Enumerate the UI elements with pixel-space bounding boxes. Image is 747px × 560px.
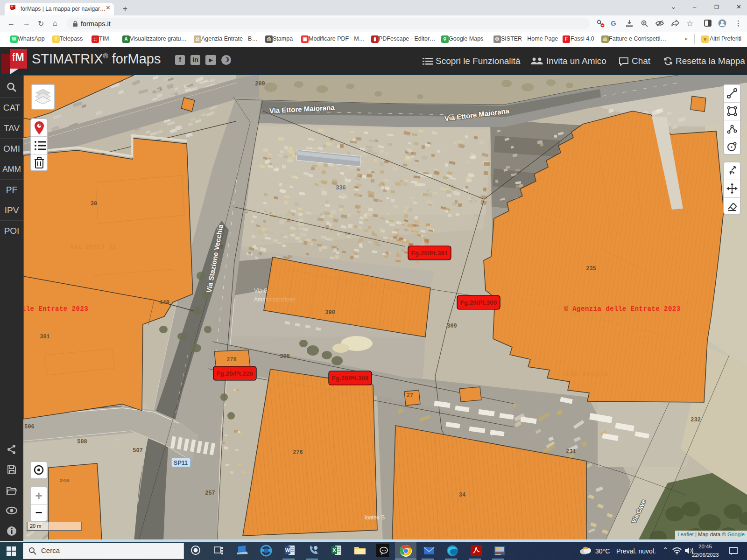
svg-text:X: X bbox=[332, 547, 336, 553]
svg-text:© Agenzia delle Entrate 2023: © Agenzia delle Entrate 2023 bbox=[23, 305, 88, 313]
svg-text:308: 308 bbox=[280, 353, 290, 360]
svg-text:UCHA OJVACIA: UCHA OJVACIA bbox=[563, 371, 609, 378]
svg-text:loatex S: loatex S bbox=[365, 514, 385, 521]
svg-text:Fg.20/Pt.226: Fg.20/Pt.226 bbox=[217, 370, 254, 377]
svg-text:231: 231 bbox=[566, 448, 576, 455]
svg-text:336: 336 bbox=[336, 185, 346, 191]
svg-text:506: 506 bbox=[24, 424, 35, 430]
svg-text:Fg.20/Pt.391: Fg.20/Pt.391 bbox=[411, 250, 448, 257]
svg-text:© Agenzia delle Entrate 2023: © Agenzia delle Entrate 2023 bbox=[564, 305, 680, 313]
svg-text:248: 248 bbox=[60, 477, 70, 483]
svg-text:257: 257 bbox=[205, 490, 215, 497]
svg-text:Fg.20/Pt.309: Fg.20/Pt.309 bbox=[460, 299, 497, 306]
svg-text:278: 278 bbox=[226, 357, 237, 363]
svg-text:30: 30 bbox=[91, 201, 97, 207]
svg-text:276: 276 bbox=[293, 449, 303, 456]
svg-text:SP11: SP11 bbox=[174, 460, 188, 466]
svg-text:Amministrazione: Amministrazione bbox=[254, 296, 296, 303]
svg-text:448: 448 bbox=[159, 300, 169, 306]
svg-text:34: 34 bbox=[459, 492, 465, 498]
svg-text:507: 507 bbox=[133, 448, 143, 454]
svg-text:AGL 20FLY 31: AGL 20FLY 31 bbox=[70, 244, 116, 251]
svg-text:209: 209 bbox=[255, 81, 265, 87]
svg-text:309: 309 bbox=[447, 323, 457, 329]
svg-text:Fg.20/Pt.308: Fg.20/Pt.308 bbox=[332, 375, 369, 382]
svg-text:361: 361 bbox=[40, 334, 50, 340]
svg-text:232: 232 bbox=[691, 417, 701, 423]
svg-text:235: 235 bbox=[586, 266, 596, 272]
svg-text:W: W bbox=[285, 547, 290, 553]
svg-text:390: 390 bbox=[325, 309, 335, 316]
svg-text:508: 508 bbox=[77, 439, 87, 445]
svg-text:27: 27 bbox=[407, 392, 413, 399]
